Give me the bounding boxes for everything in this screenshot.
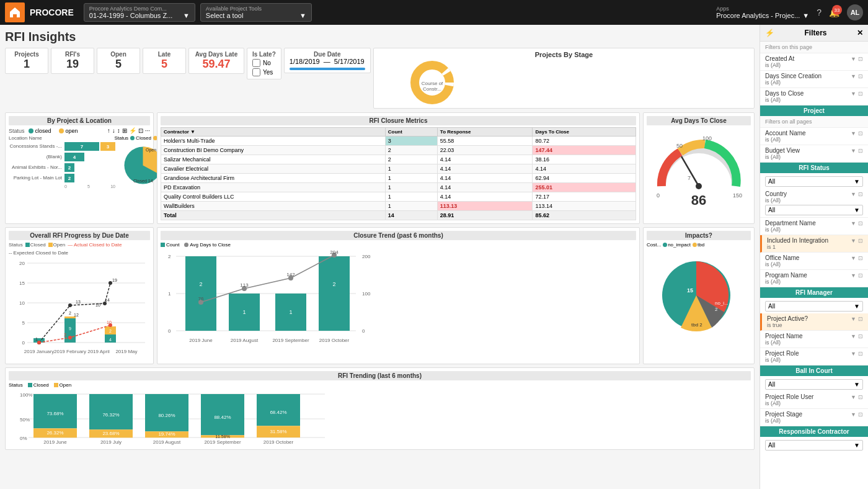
filter-account-name: Account Name ▼ ⊡ is (All) (760, 128, 868, 145)
filter-project-active: Project Active? ▼ ⊡ is true (760, 313, 868, 331)
filter-program-name: Program Name ▼ ⊡ is (All) (760, 270, 868, 287)
filter-pin-office[interactable]: ⊡ (858, 255, 863, 261)
filter-chevron-office[interactable]: ▼ (851, 255, 856, 261)
svg-rect-63 (185, 256, 216, 331)
svg-text:68.42%: 68.42% (270, 410, 286, 415)
filter-pin-stage[interactable]: ⊡ (858, 411, 863, 418)
filter-chevron-role[interactable]: ▼ (851, 351, 856, 357)
filter-budget-view: Budget View ▼ ⊡ is (All) (760, 145, 868, 163)
svg-text:1: 1 (35, 337, 38, 341)
filter-chevron-country[interactable]: ▼ (851, 191, 856, 197)
filter-expand-icon-3[interactable]: ▼ (851, 91, 856, 97)
help-icon[interactable]: ? (817, 7, 822, 17)
svg-text:2019 August: 2019 August (231, 338, 259, 343)
svg-text:2019 January: 2019 January (24, 349, 54, 354)
notifications-button[interactable]: 🔔 33 (829, 7, 839, 17)
rfi-manager-dropdown[interactable]: All▼ (765, 301, 863, 312)
svg-text:1: 1 (38, 333, 40, 337)
col-days-to-close: Days To Close (533, 128, 636, 137)
sort-icon-2[interactable]: ↕ (117, 127, 120, 134)
responsible-contractor-dropdown[interactable]: All▼ (765, 440, 863, 451)
is-late-yes-checkbox[interactable]: Yes (252, 68, 276, 76)
svg-text:100%: 100% (20, 392, 32, 398)
svg-text:23.68%: 23.68% (102, 431, 119, 436)
svg-text:0: 0 (657, 192, 660, 199)
filter-pin-role-user[interactable]: ⊡ (858, 394, 863, 400)
filter-pin-role[interactable]: ⊡ (858, 351, 863, 357)
svg-text:1: 1 (289, 309, 292, 315)
filter-pin-proj-name[interactable]: ⊡ (858, 333, 863, 339)
date-range-slider[interactable] (290, 68, 365, 70)
sort-asc-icon[interactable]: ↑ (107, 127, 110, 134)
top-navigation: PROCORE Procore Analytics Demo Com... 01… (0, 0, 868, 25)
rfi-trending-section: RFI Trending (last 6 months) Status Clos… (5, 367, 755, 450)
filter-days-to-close: Days to Close ▼ ⊡ is (All) (760, 88, 868, 105)
home-logo-button[interactable] (5, 2, 25, 22)
svg-text:1: 1 (168, 291, 171, 297)
filter-chevron-active[interactable]: ▼ (851, 316, 856, 322)
avg-days-to-close-card: Avg Days To Close (643, 112, 755, 224)
overall-rfi-progress-title: Overall RFI Progress by Due Date (9, 231, 150, 240)
sort-desc-icon[interactable]: ↓ (112, 127, 115, 134)
filter-pin-budget[interactable]: ⊡ (858, 148, 863, 154)
filter-pin-icon[interactable]: ⊡ (858, 56, 863, 62)
more-icon[interactable]: ··· (145, 127, 150, 134)
rfi-manager-section-header: RFI Manager (760, 287, 868, 298)
bar-row-3: Animal Exhibits - Nor... 2 (9, 163, 115, 172)
svg-text:0: 0 (168, 328, 171, 334)
country-dropdown[interactable]: All▼ (765, 205, 863, 215)
filter-chevron-stage[interactable]: ▼ (851, 411, 856, 418)
filter-pin-dept[interactable]: ⊡ (858, 220, 863, 227)
svg-text:15: 15 (687, 287, 693, 294)
svg-text:2019 February: 2019 February (54, 349, 86, 354)
rfi-trending-title: RFI Trending (last 6 months) (9, 371, 751, 380)
hierarchy-icon[interactable]: ⊞ (122, 127, 127, 134)
svg-text:0: 0 (362, 328, 365, 334)
main-container: RFI Insights Projects 1 RFI's 19 Open 5 … (0, 25, 868, 489)
filter-chevron-integration[interactable]: ▼ (851, 238, 856, 244)
filter-pin-program[interactable]: ⊡ (858, 272, 863, 279)
filter-project-role-user: Project Role User ▼ ⊡ is (All) (760, 392, 868, 409)
filter-expand-icon-2[interactable]: ▼ (851, 73, 856, 79)
rfi-status-dropdown[interactable]: All▼ (765, 176, 863, 187)
filter-chevron-account[interactable]: ▼ (851, 130, 856, 137)
is-late-filter: Is Late? No Yes (247, 48, 281, 79)
rfi-trending-svg: 100% 50% 0% 73.68% 26.32% 2019 June 76.3… (9, 389, 331, 445)
svg-text:2019 June: 2019 June (43, 439, 67, 445)
tools-dropdown[interactable]: Available Project Tools Select a tool ▼ (200, 3, 312, 22)
company-project-dropdown[interactable]: Procore Analytics Demo Com... 01-24-1999… (84, 3, 195, 22)
filter-chevron-budget[interactable]: ▼ (851, 148, 856, 154)
filter-pin-active[interactable]: ⊡ (858, 316, 863, 322)
table-row: Construction BI Demo Company 2 22.03 147… (161, 146, 636, 155)
ball-in-court-dropdown[interactable]: All▼ (765, 379, 863, 390)
svg-text:2019 May: 2019 May (115, 349, 137, 354)
svg-text:7: 7 (688, 175, 691, 181)
notification-badge: 33 (832, 5, 842, 15)
filter-pin-integration[interactable]: ⊡ (858, 238, 863, 244)
close-sidebar-button[interactable]: ✕ (857, 29, 863, 37)
svg-text:88.42%: 88.42% (214, 415, 231, 420)
svg-text:31.58%: 31.58% (270, 429, 286, 434)
gauge-svg: 0 50 100 150 7 (649, 130, 748, 199)
table-row: Grandiose Architectural Firm 1 4.14 62.9… (161, 174, 636, 183)
page-filters-label: Filters on this page (760, 42, 868, 53)
svg-text:80.26%: 80.26% (158, 413, 175, 418)
procore-brand: PROCORE (30, 7, 74, 17)
expand-icon[interactable]: ⊡ (138, 127, 143, 134)
chart-toolbar: ↑ ↓ ↕ ⊞ ⚡ ⊡ ··· (107, 127, 150, 134)
filter-chevron-dept[interactable]: ▼ (851, 220, 856, 227)
filter-pin-country[interactable]: ⊡ (858, 191, 863, 197)
filter-chevron-proj-name[interactable]: ▼ (851, 333, 856, 339)
filter-pin-account[interactable]: ⊡ (858, 130, 863, 137)
table-row: Salizar Mechanical 2 4.14 38.16 (161, 155, 636, 164)
is-late-no-checkbox[interactable]: No (252, 59, 276, 67)
filter-pin-icon-2[interactable]: ⊡ (858, 73, 863, 79)
filter-chevron-role-user[interactable]: ▼ (851, 394, 856, 400)
filter-expand-icon[interactable]: ▼ (851, 56, 856, 62)
filter-pin-icon-3[interactable]: ⊡ (858, 91, 863, 97)
svg-text:4: 4 (109, 338, 112, 342)
svg-text:10: 10 (107, 320, 112, 325)
filter-chart-icon[interactable]: ⚡ (129, 127, 136, 134)
filter-chevron-program[interactable]: ▼ (851, 272, 856, 279)
user-avatar[interactable]: AL (847, 4, 863, 20)
